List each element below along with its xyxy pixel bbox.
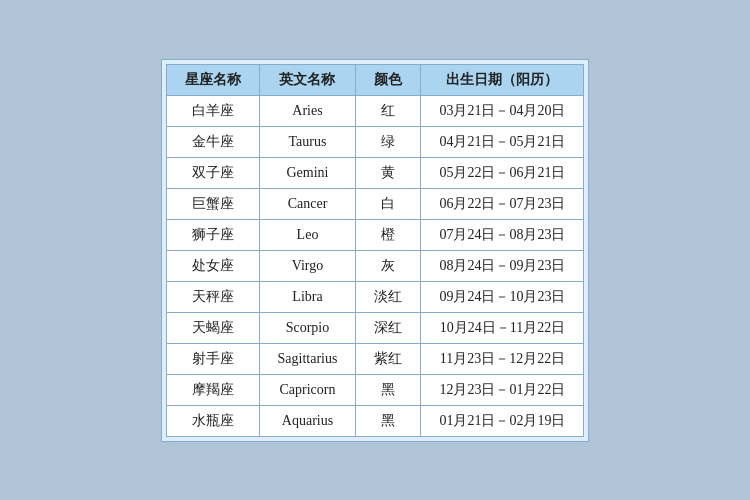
table-cell: Cancer: [259, 188, 356, 219]
table-cell: 橙: [356, 219, 421, 250]
table-cell: 摩羯座: [166, 374, 259, 405]
table-cell: 淡红: [356, 281, 421, 312]
table-cell: 01月21日－02月19日: [421, 405, 584, 436]
table-header-row: 星座名称英文名称颜色出生日期（阳历）: [166, 64, 584, 95]
table-cell: Libra: [259, 281, 356, 312]
table-cell: 灰: [356, 250, 421, 281]
table-row: 处女座Virgo灰08月24日－09月23日: [166, 250, 584, 281]
table-header-cell: 出生日期（阳历）: [421, 64, 584, 95]
table-row: 天秤座Libra淡红09月24日－10月23日: [166, 281, 584, 312]
table-cell: 水瓶座: [166, 405, 259, 436]
table-cell: Taurus: [259, 126, 356, 157]
zodiac-table-container: 星座名称英文名称颜色出生日期（阳历） 白羊座Aries红03月21日－04月20…: [161, 59, 590, 442]
table-row: 双子座Gemini黄05月22日－06月21日: [166, 157, 584, 188]
table-cell: 黑: [356, 405, 421, 436]
table-cell: 天秤座: [166, 281, 259, 312]
table-cell: Sagittarius: [259, 343, 356, 374]
table-row: 巨蟹座Cancer白06月22日－07月23日: [166, 188, 584, 219]
table-cell: 绿: [356, 126, 421, 157]
zodiac-table: 星座名称英文名称颜色出生日期（阳历） 白羊座Aries红03月21日－04月20…: [166, 64, 585, 437]
table-cell: 白羊座: [166, 95, 259, 126]
table-cell: 11月23日－12月22日: [421, 343, 584, 374]
table-cell: Aries: [259, 95, 356, 126]
table-cell: Gemini: [259, 157, 356, 188]
table-header-cell: 星座名称: [166, 64, 259, 95]
table-cell: 射手座: [166, 343, 259, 374]
table-cell: Scorpio: [259, 312, 356, 343]
table-cell: 黑: [356, 374, 421, 405]
table-row: 狮子座Leo橙07月24日－08月23日: [166, 219, 584, 250]
table-cell: Leo: [259, 219, 356, 250]
table-row: 白羊座Aries红03月21日－04月20日: [166, 95, 584, 126]
table-cell: 双子座: [166, 157, 259, 188]
table-cell: 天蝎座: [166, 312, 259, 343]
table-cell: 红: [356, 95, 421, 126]
table-cell: 处女座: [166, 250, 259, 281]
table-cell: 03月21日－04月20日: [421, 95, 584, 126]
table-cell: 10月24日－11月22日: [421, 312, 584, 343]
table-header-cell: 颜色: [356, 64, 421, 95]
table-cell: 09月24日－10月23日: [421, 281, 584, 312]
table-cell: 黄: [356, 157, 421, 188]
table-row: 摩羯座Capricorn黑12月23日－01月22日: [166, 374, 584, 405]
table-cell: Aquarius: [259, 405, 356, 436]
table-body: 白羊座Aries红03月21日－04月20日金牛座Taurus绿04月21日－0…: [166, 95, 584, 436]
table-cell: 05月22日－06月21日: [421, 157, 584, 188]
table-row: 射手座Sagittarius紫红11月23日－12月22日: [166, 343, 584, 374]
table-cell: 08月24日－09月23日: [421, 250, 584, 281]
table-cell: 紫红: [356, 343, 421, 374]
table-cell: 金牛座: [166, 126, 259, 157]
table-cell: 狮子座: [166, 219, 259, 250]
table-header-cell: 英文名称: [259, 64, 356, 95]
table-cell: 12月23日－01月22日: [421, 374, 584, 405]
table-cell: 06月22日－07月23日: [421, 188, 584, 219]
table-cell: 04月21日－05月21日: [421, 126, 584, 157]
table-cell: 白: [356, 188, 421, 219]
table-cell: 07月24日－08月23日: [421, 219, 584, 250]
table-cell: 深红: [356, 312, 421, 343]
table-row: 天蝎座Scorpio深红10月24日－11月22日: [166, 312, 584, 343]
table-cell: Capricorn: [259, 374, 356, 405]
table-row: 金牛座Taurus绿04月21日－05月21日: [166, 126, 584, 157]
table-row: 水瓶座Aquarius黑01月21日－02月19日: [166, 405, 584, 436]
table-cell: 巨蟹座: [166, 188, 259, 219]
table-cell: Virgo: [259, 250, 356, 281]
